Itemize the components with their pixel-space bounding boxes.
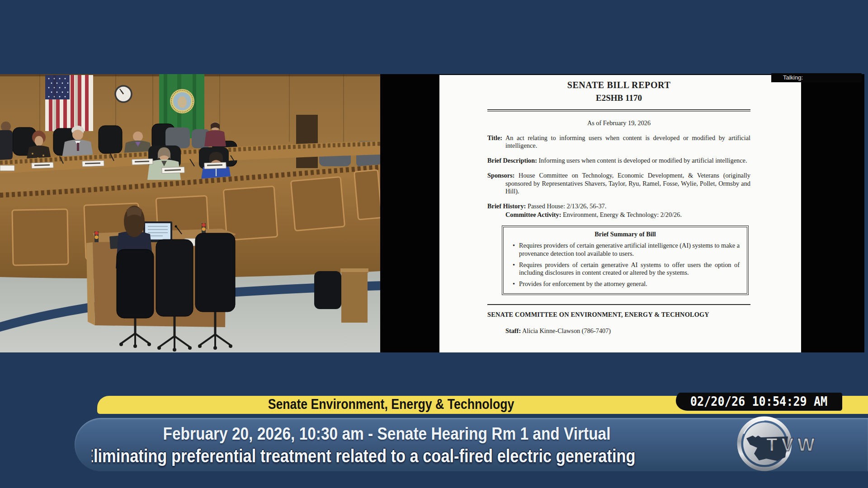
field-committee-activity-label: Committee Activity: [505, 211, 561, 218]
timer-light-left [94, 231, 99, 242]
summary-bullet-1: Requires providers of certain generative… [511, 242, 740, 257]
field-sponsors-text: House Committee on Technology, Economic … [505, 172, 750, 194]
field-brief-history-text: Passed House: 2/13/26, 56-37. [526, 202, 606, 210]
summary-bullet-3: Provides for enforcement by the attorney… [511, 280, 740, 288]
section-rule [487, 304, 750, 305]
timestamp-text: 02/20/26 10:54:29 AM [690, 393, 827, 411]
table-end-panel [341, 272, 368, 323]
field-sponsors: Sponsors: House Committee on Technology,… [487, 172, 750, 195]
document-viewer: SENATE BILL REPORT E2SHB 1170 As of Febr… [380, 74, 864, 352]
as-of-date: As of February 19, 2026 [487, 119, 750, 127]
committee-heading: SENATE COMMITTEE ON ENVIRONMENT, ENERGY … [487, 311, 750, 319]
talking-indicator-bar: Talking: [771, 73, 862, 82]
field-committee-activity-text: Environment, Energy & Technology: 2/20/2… [561, 211, 682, 218]
doorway [296, 115, 318, 168]
us-flag [45, 75, 93, 131]
summary-heading: Brief Summary of Bill [511, 230, 740, 238]
field-title-text: An act relating to informing users when … [502, 134, 750, 149]
talking-label: Talking: [783, 74, 803, 81]
microphone [175, 225, 177, 228]
agenda-ticker-text: Eliminating preferential treatment relat… [92, 446, 636, 466]
timer-light-right [202, 223, 206, 234]
hearing-room-scene [0, 74, 380, 352]
staff-text: Alicia Kinne-Clawson (786-7407) [521, 327, 611, 334]
agenda-ticker: Eliminating preferential treatment relat… [92, 446, 725, 469]
tvw-logo-text: TVW [766, 435, 819, 455]
field-brief-description-text: Informing users when content is develope… [537, 157, 747, 164]
committee-member-partial [0, 122, 13, 160]
brief-summary-box: Brief Summary of Bill Requires providers… [502, 225, 749, 295]
staff-line: Staff: Alicia Kinne-Clawson (786-7407) [505, 327, 750, 335]
field-committee-activity: Committee Activity: Environment, Energy … [505, 211, 750, 219]
session-info: February 20, 2026, 10:30 am - Senate Hea… [147, 424, 626, 444]
field-brief-history-label: Brief History: [487, 202, 526, 210]
field-sponsors-label: Sponsors: [487, 172, 514, 179]
double-rule [487, 109, 750, 112]
tvw-logo: TVW [735, 416, 821, 473]
wall-clock [115, 86, 132, 102]
document-title: SENATE BILL REPORT [487, 80, 750, 90]
senate-bill-report-page: SENATE BILL REPORT E2SHB 1170 As of Febr… [439, 75, 801, 352]
field-title-label: Title: [487, 134, 502, 141]
field-brief-history: Brief History: Passed House: 2/13/26, 56… [487, 202, 750, 210]
field-brief-description-label: Brief Description: [487, 157, 537, 164]
staff-label: Staff: [505, 327, 521, 334]
timestamp-badge: 02/20/26 10:54:29 AM [676, 393, 842, 411]
bill-number: E2SHB 1170 [487, 93, 750, 103]
field-title: Title: An act relating to informing user… [487, 134, 750, 150]
hearing-room-video [0, 74, 380, 352]
committee-name: Senate Environment, Energy & Technology [247, 396, 535, 413]
summary-bullet-2: Requires providers of certain generative… [511, 261, 740, 277]
field-brief-description: Brief Description: Informing users when … [487, 157, 750, 164]
summary-bullets: Requires providers of certain generative… [511, 242, 740, 288]
broadcast-frame: SENATE BILL REPORT E2SHB 1170 As of Febr… [0, 0, 868, 488]
